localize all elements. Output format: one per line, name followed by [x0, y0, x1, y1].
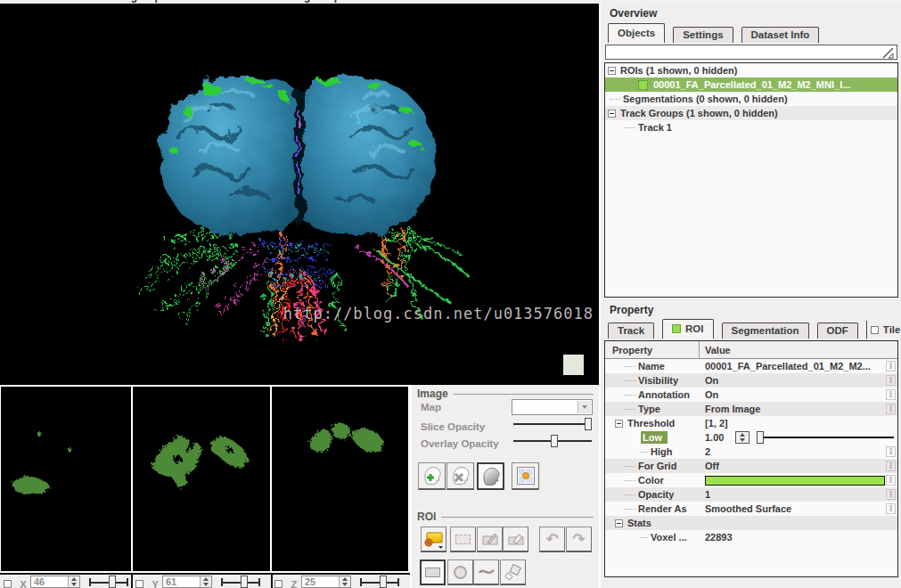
property-row-annotation[interactable]: Annotation On I: [605, 388, 897, 402]
property-row-threshold-high[interactable]: High 2 I: [605, 445, 897, 459]
pen-rect-icon: [480, 530, 500, 548]
text-edit-icon[interactable]: I: [886, 404, 896, 414]
menu-view[interactable]: View: [62, 0, 86, 3]
remove-slice-image-button[interactable]: [446, 462, 474, 490]
z-spinbox[interactable]: 25: [301, 576, 351, 588]
text-edit-icon[interactable]: I: [886, 489, 896, 500]
text-edit-icon[interactable]: I: [886, 375, 896, 386]
overlay-opacity-slider[interactable]: [513, 435, 592, 447]
tree-group-segmentations[interactable]: Segmentations (0 shown, 0 hidden): [605, 92, 897, 106]
overlay-opacity-handle[interactable]: [551, 435, 558, 447]
undo-button[interactable]: ↶: [539, 527, 565, 552]
roi-color-square-icon: [638, 80, 648, 90]
tile-checkbox[interactable]: [871, 326, 879, 334]
y-spinbox[interactable]: 61: [162, 576, 212, 588]
fill-tool-button[interactable]: [500, 559, 526, 585]
divider: [271, 575, 273, 588]
z-spinner-arrows[interactable]: [339, 576, 350, 587]
x-slider[interactable]: [89, 581, 128, 584]
text-edit-icon[interactable]: I: [886, 446, 896, 457]
menu-workgroup[interactable]: Workgroup: [104, 0, 161, 3]
show-head-surface-button[interactable]: [477, 462, 504, 490]
property-row-for-grid[interactable]: For Grid Off I: [605, 459, 897, 473]
low-threshold-slider[interactable]: [758, 437, 894, 438]
property-row-color[interactable]: Color I: [605, 473, 897, 487]
axial-slice-view[interactable]: [272, 387, 408, 571]
tab-settings[interactable]: Settings: [673, 27, 733, 43]
property-row-threshold-low[interactable]: Low 1.00: [605, 430, 897, 445]
expander-icon[interactable]: [608, 67, 616, 75]
menu-edit[interactable]: Edit: [29, 0, 50, 3]
tree-item-roi-selected[interactable]: 00001_FA_Parcellated_01_M2_M2_MNI_l...: [605, 78, 897, 92]
property-row-visibility[interactable]: Visibility On I: [605, 373, 897, 388]
property-row-type[interactable]: Type From Image I: [605, 402, 897, 416]
low-spinner[interactable]: [735, 431, 749, 444]
sagittal-slice-view[interactable]: [1, 387, 131, 571]
menu-file[interactable]: File: [3, 0, 21, 3]
menu-window[interactable]: Window: [207, 0, 248, 3]
y-label: Y: [152, 579, 158, 588]
paint-bucket-icon: [504, 563, 523, 581]
property-row-voxel[interactable]: Voxel ... 22893: [605, 530, 897, 544]
x-slider-handle[interactable]: [109, 576, 116, 588]
redo-button[interactable]: ↷: [566, 527, 592, 552]
y-slider[interactable]: [221, 581, 260, 584]
object-filter-input[interactable]: [605, 45, 897, 60]
text-edit-icon[interactable]: I: [886, 389, 896, 400]
color-swatch[interactable]: [705, 476, 885, 486]
tree-group-rois[interactable]: ROIs (1 shown, 0 hidden): [605, 63, 897, 78]
tree-group-track-groups[interactable]: Track Groups (1 shown, 0 hidden): [605, 106, 897, 120]
tab-roi[interactable]: ROI: [662, 319, 713, 339]
map-combobox[interactable]: [512, 399, 593, 415]
tree-item-track-1[interactable]: Track 1: [605, 120, 897, 135]
property-row-threshold[interactable]: Threshold [1, 2]: [605, 416, 897, 430]
tab-odf[interactable]: ODF: [817, 323, 858, 339]
erase-roi-button[interactable]: [503, 527, 528, 552]
overview-tabs: Objects Settings Dataset Info: [608, 23, 827, 43]
x-spinbox[interactable]: 46: [30, 576, 80, 588]
y-spinner-arrows[interactable]: [200, 576, 211, 587]
property-row-opacity[interactable]: Opacity 1 I: [605, 487, 897, 502]
z-lock-checkbox[interactable]: [274, 580, 283, 588]
menu-roi[interactable]: ROI: [177, 0, 196, 3]
expander-icon[interactable]: [608, 110, 616, 118]
low-slider-handle[interactable]: [757, 431, 764, 444]
slice-opacity-slider[interactable]: [513, 418, 592, 430]
y-lock-checkbox[interactable]: [135, 580, 143, 588]
rectangle-tool-button[interactable]: [420, 559, 446, 585]
tab-track[interactable]: Track: [608, 323, 654, 339]
new-roi-button[interactable]: [421, 527, 446, 552]
y-slider-handle[interactable]: [241, 576, 248, 588]
x-spinner-arrows[interactable]: [68, 576, 79, 587]
filter-icon[interactable]: [882, 47, 894, 59]
expander-icon[interactable]: [615, 420, 623, 428]
crosshair-window-button[interactable]: [512, 462, 539, 490]
add-slice-image-button[interactable]: [418, 462, 446, 490]
3d-render-view[interactable]: http://blog.csdn.net/u013576018: [0, 4, 599, 385]
x-lock-checkbox[interactable]: [4, 580, 12, 588]
text-edit-icon[interactable]: I: [886, 503, 896, 514]
text-edit-icon[interactable]: I: [886, 361, 896, 372]
property-row-render-as[interactable]: Render As Smoothed Surface I: [605, 502, 897, 516]
select-roi-button[interactable]: [450, 527, 476, 552]
text-edit-icon[interactable]: I: [886, 461, 896, 471]
coronal-slice-view[interactable]: [133, 387, 270, 571]
menu-help[interactable]: Help: [317, 0, 340, 3]
expander-icon[interactable]: [615, 519, 623, 527]
ellipse-tool-button[interactable]: [447, 559, 473, 585]
tab-segmentation[interactable]: Segmentation: [722, 323, 809, 339]
freehand-tool-button[interactable]: [473, 559, 499, 585]
draw-roi-button[interactable]: [477, 527, 503, 552]
z-slider[interactable]: [360, 581, 399, 584]
tab-objects[interactable]: Objects: [608, 23, 665, 43]
head-plus-icon: [422, 465, 443, 486]
menu-networking[interactable]: Networking: [252, 0, 310, 3]
tile-checkbox-group[interactable]: Tile: [866, 321, 901, 339]
tab-dataset-info[interactable]: Dataset Info: [741, 27, 820, 43]
overview-title: Overview: [610, 7, 657, 20]
property-row-stats[interactable]: Stats: [605, 516, 897, 530]
slice-opacity-handle[interactable]: [585, 418, 592, 430]
text-edit-icon[interactable]: I: [886, 475, 896, 486]
z-slider-handle[interactable]: [380, 576, 387, 588]
property-row-name[interactable]: Name 00001_FA_Parcellated_01_M2_M2... I: [605, 359, 897, 373]
